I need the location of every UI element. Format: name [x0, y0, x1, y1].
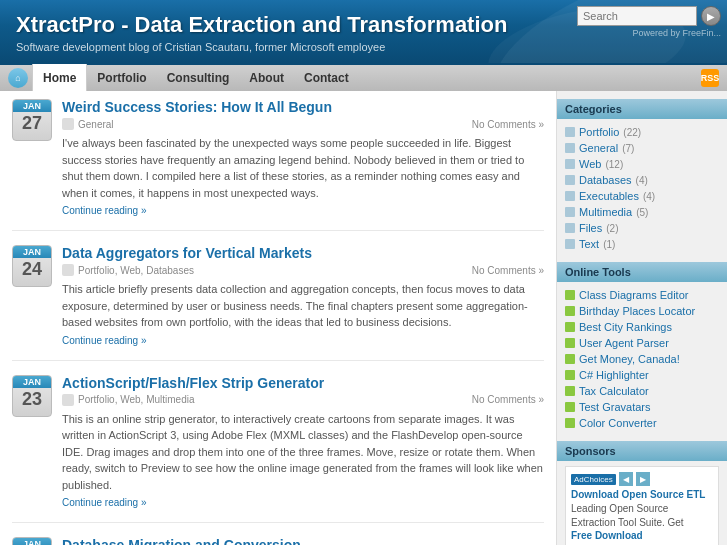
post-title[interactable]: Data Aggregators for Vertical Markets: [62, 245, 544, 261]
categories-section: Categories Portfolio (22) General (7) We…: [557, 99, 727, 252]
site-subtitle: Software development blog of Cristian Sc…: [16, 41, 711, 53]
tool-label[interactable]: Birthday Places Locator: [579, 305, 695, 317]
post-comments[interactable]: No Comments »: [472, 119, 544, 130]
tools-title: Online Tools: [557, 262, 727, 282]
post-meta-icon: [62, 394, 74, 406]
post-item: Jan 24 Data Aggregators for Vertical Mar…: [12, 245, 544, 361]
post-title[interactable]: ActionScript/Flash/Flex Strip Generator: [62, 375, 544, 391]
post-item: Jan 23 ActionScript/Flash/Flex Strip Gen…: [12, 375, 544, 524]
post-category: Portfolio, Web, Databases: [78, 265, 194, 276]
category-label[interactable]: Web: [579, 158, 601, 170]
site-header: ▶ Powered by FreeFin... XtractPro - Data…: [0, 0, 727, 63]
post-month: Jan: [13, 100, 51, 112]
post-content: ActionScript/Flash/Flex Strip Generator …: [62, 375, 544, 509]
post-date: Jan 27: [12, 99, 52, 141]
navigation-bar: ⌂ Home Portfolio Consulting About Contac…: [0, 63, 727, 91]
tool-label[interactable]: Tax Calculator: [579, 385, 649, 397]
category-item: Files (2): [557, 220, 727, 236]
post-content: Database Migration and Conversion Portfo…: [62, 537, 544, 545]
post-content: Data Aggregators for Vertical Markets Po…: [62, 245, 544, 346]
tool-label[interactable]: Class Diagrams Editor: [579, 289, 688, 301]
category-item: Executables (4): [557, 188, 727, 204]
post-comments[interactable]: No Comments »: [472, 394, 544, 405]
tool-label[interactable]: Best City Rankings: [579, 321, 672, 333]
tool-label[interactable]: Color Converter: [579, 417, 657, 429]
category-icon: [565, 159, 575, 169]
home-icon: ⌂: [8, 68, 28, 88]
post-comments[interactable]: No Comments »: [472, 265, 544, 276]
nav-item-portfolio[interactable]: Portfolio: [87, 64, 156, 92]
category-count: (4): [643, 191, 655, 202]
tool-icon: [565, 306, 575, 316]
post-date: Jan 24: [12, 245, 52, 287]
category-item: Web (12): [557, 156, 727, 172]
categories-title: Categories: [557, 99, 727, 119]
category-label[interactable]: General: [579, 142, 618, 154]
category-icon: [565, 175, 575, 185]
nav-item-about[interactable]: About: [239, 64, 294, 92]
tool-icon: [565, 338, 575, 348]
category-label[interactable]: Files: [579, 222, 602, 234]
continue-reading-link[interactable]: Continue reading »: [62, 205, 544, 216]
nav-item-contact[interactable]: Contact: [294, 64, 359, 92]
post-excerpt: This is an online strip generator, to in…: [62, 411, 544, 494]
category-label[interactable]: Text: [579, 238, 599, 250]
category-icon: [565, 207, 575, 217]
category-icon: [565, 143, 575, 153]
ad-icon: AdChoices: [571, 474, 616, 485]
sponsor-free-download[interactable]: Free Download: [571, 530, 713, 541]
post-excerpt: This article briefly presents data colle…: [62, 281, 544, 331]
post-meta: Portfolio, Web, Databases No Comments »: [62, 264, 544, 276]
post-meta-icon: [62, 118, 74, 130]
continue-reading-link[interactable]: Continue reading »: [62, 497, 544, 508]
category-count: (22): [623, 127, 641, 138]
post-month: Jan: [13, 538, 51, 545]
sponsors-section: Sponsors AdChoices ◀ ▶ Download Open Sou…: [557, 441, 727, 545]
tool-icon: [565, 354, 575, 364]
post-month: Jan: [13, 376, 51, 388]
category-item: General (7): [557, 140, 727, 156]
tool-label[interactable]: C# Highlighter: [579, 369, 649, 381]
category-icon: [565, 223, 575, 233]
post-excerpt: I've always been fascinated by the unexp…: [62, 135, 544, 201]
tool-label[interactable]: Get Money, Canada!: [579, 353, 680, 365]
post-day: 27: [15, 114, 49, 132]
post-title[interactable]: Database Migration and Conversion: [62, 537, 544, 545]
ad-prev-button[interactable]: ◀: [619, 472, 633, 486]
sponsors-title: Sponsors: [557, 441, 727, 461]
category-label[interactable]: Portfolio: [579, 126, 619, 138]
tool-label[interactable]: User Agent Parser: [579, 337, 669, 349]
nav-item-consulting[interactable]: Consulting: [157, 64, 240, 92]
tool-icon: [565, 370, 575, 380]
search-input[interactable]: [577, 6, 697, 26]
post-category: General: [78, 119, 114, 130]
tool-label[interactable]: Test Gravatars: [579, 401, 651, 413]
category-item: Multimedia (5): [557, 204, 727, 220]
categories-list: Portfolio (22) General (7) Web (12) Data…: [557, 124, 727, 252]
post-meta-icon: [62, 264, 74, 276]
tool-icon: [565, 322, 575, 332]
search-button[interactable]: ▶: [701, 6, 721, 26]
post-title[interactable]: Weird Success Stories: How It All Begun: [62, 99, 544, 115]
tool-icon: [565, 402, 575, 412]
category-count: (1): [603, 239, 615, 250]
category-icon: [565, 127, 575, 137]
tool-item: Test Gravatars: [557, 399, 727, 415]
post-item: Jan 7 Database Migration and Conversion …: [12, 537, 544, 545]
continue-reading-link[interactable]: Continue reading »: [62, 335, 544, 346]
sidebar: Categories Portfolio (22) General (7) We…: [557, 91, 727, 545]
category-label[interactable]: Executables: [579, 190, 639, 202]
nav-item-home[interactable]: Home: [32, 64, 87, 92]
top-right-area: ▶: [577, 6, 721, 26]
sponsor-box: AdChoices ◀ ▶ Download Open Source ETL L…: [565, 466, 719, 545]
tool-item: Birthday Places Locator: [557, 303, 727, 319]
ad-next-button[interactable]: ▶: [636, 472, 650, 486]
tools-list: Class Diagrams Editor Birthday Places Lo…: [557, 287, 727, 431]
content-area: Jan 27 Weird Success Stories: How It All…: [0, 91, 557, 545]
category-count: (2): [606, 223, 618, 234]
category-label[interactable]: Multimedia: [579, 206, 632, 218]
rss-icon[interactable]: RSS: [701, 69, 719, 87]
sponsor-download-link[interactable]: Download Open Source ETL: [571, 489, 713, 500]
category-item: Portfolio (22): [557, 124, 727, 140]
category-label[interactable]: Databases: [579, 174, 632, 186]
